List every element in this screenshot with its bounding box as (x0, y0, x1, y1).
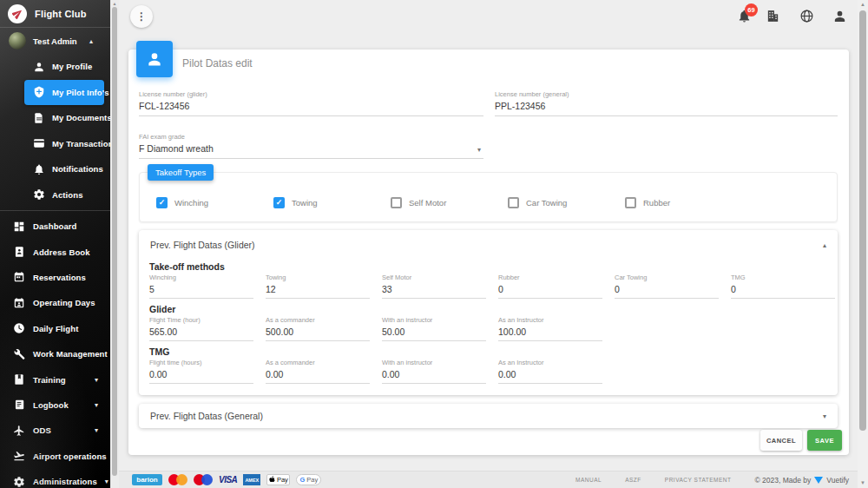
self-motor-field[interactable]: Self Motor 33 (382, 274, 486, 299)
chevron-up-icon: ▴ (89, 37, 93, 45)
panel-header-glider[interactable]: Prev. Flight Datas (Glider) ▴ (139, 230, 838, 260)
field-value[interactable]: 565.00 (149, 326, 253, 337)
sidebar-item-label: Notifications (52, 164, 103, 174)
field-value[interactable]: F Diamond wreath (139, 143, 483, 154)
payment-logos: barion VISA AMEX Pay G Pay (132, 474, 321, 485)
cancel-button[interactable]: CANCEL (760, 430, 802, 451)
field-value[interactable]: FCL-123456 (139, 101, 483, 111)
page-scrollbar-thumb[interactable] (859, 10, 866, 431)
airplane-icon (13, 425, 25, 437)
account-icon (33, 61, 45, 73)
sidebar-item-my-pilot-infos[interactable]: My Pilot Info's (24, 80, 104, 106)
checkbox-car-towing[interactable]: Car Towing (508, 197, 567, 208)
organization-button[interactable] (766, 9, 781, 24)
field-value[interactable]: 5 (149, 284, 253, 294)
field-value[interactable]: 0 (498, 284, 602, 294)
sidebar-item-training[interactable]: Training ▾ (0, 366, 110, 392)
license-general-field[interactable]: License number (general) PPL-123456 (495, 90, 838, 116)
manual-link[interactable]: MANUAL (575, 477, 602, 483)
sidebar-scrollbar[interactable]: ▲ (110, 0, 119, 488)
fai-exam-grade-select[interactable]: FAI exam grade F Diamond wreath ▾ (139, 133, 483, 159)
checkbox-winching[interactable]: ✓ Winching (156, 197, 208, 208)
field-value[interactable]: 12 (266, 284, 370, 294)
tmg-count-field[interactable]: TMG 0 (731, 274, 835, 299)
sidebar-item-label: Dashboard (33, 221, 77, 231)
checkbox-checked-icon[interactable]: ✓ (273, 197, 285, 208)
sidebar-item-notifications[interactable]: Notifications (0, 156, 110, 182)
takeoff-types-chip[interactable]: Takeoff Types (148, 164, 214, 181)
sidebar-item-actions[interactable]: Actions (0, 182, 110, 208)
winching-field[interactable]: Winching 5 (149, 274, 253, 299)
sidebar-item-address-book[interactable]: Address Book (0, 239, 110, 264)
field-value[interactable]: 0 (731, 284, 835, 294)
sidebar-item-administrations[interactable]: Administrations ▾ (0, 469, 110, 488)
app-logo-row[interactable]: Flight Club (0, 0, 110, 28)
tmg-with-instructor-field[interactable]: With an instructor 0.00 (382, 359, 486, 384)
checkbox-rubber[interactable]: Rubber (625, 197, 670, 208)
towing-field[interactable]: Towing 12 (266, 274, 370, 299)
glider-flight-time-field[interactable]: Flight Time (hour) 565.00 (149, 316, 253, 341)
sidebar-item-my-profile[interactable]: My Profile (0, 54, 110, 80)
sidebar-item-ods[interactable]: ODS ▾ (0, 418, 110, 443)
scroll-up-icon[interactable]: ▲ (110, 1, 119, 6)
user-menu-toggle[interactable]: Test Admin ▴ (0, 28, 110, 54)
kebab-menu-button[interactable]: ⋮ (130, 5, 153, 28)
clock-icon (13, 322, 25, 334)
privacy-statement-link[interactable]: PRIVACY STATEMENT (665, 477, 732, 483)
tmg-commander-field[interactable]: As a commander 0.00 (266, 359, 370, 384)
scroll-down-icon[interactable]: ▼ (858, 480, 868, 485)
checkbox-label: Rubber (643, 198, 670, 208)
save-button[interactable]: SAVE (807, 430, 842, 451)
sidebar-item-my-transactions[interactable]: My Transactions (0, 131, 110, 157)
checkbox-unchecked-icon[interactable] (391, 197, 402, 208)
car-towing-field[interactable]: Car Towing 0 (615, 274, 719, 299)
field-value[interactable]: 500.00 (266, 326, 370, 337)
license-glider-field[interactable]: License number (glider) FCL-123456 (139, 90, 483, 116)
field-value[interactable]: 0 (615, 284, 719, 294)
checkbox-unchecked-icon[interactable] (625, 197, 636, 208)
chevron-down-icon[interactable]: ▾ (823, 412, 826, 420)
section-heading: Take-off methods (149, 261, 225, 272)
tmg-flight-time-field[interactable]: Flight time (hours) 0.00 (149, 359, 253, 384)
field-value[interactable]: 50.00 (382, 326, 486, 337)
sidebar-item-label: My Pilot Info's (52, 88, 109, 97)
field-value[interactable]: 0.00 (498, 369, 602, 379)
field-label: Rubber (498, 274, 602, 281)
chevron-up-icon[interactable]: ▴ (823, 241, 826, 249)
glider-with-instructor-field[interactable]: With an instructor 50.00 (382, 316, 486, 341)
sidebar-item-work-management[interactable]: Work Management (0, 341, 110, 366)
scroll-up-icon[interactable]: ▲ (858, 2, 868, 7)
sidebar-item-reservations[interactable]: Reservations (0, 265, 110, 290)
sidebar-item-airport-operations[interactable]: Airport operations (0, 444, 110, 469)
glider-as-instructor-field[interactable]: As an Instructor 100.00 (498, 316, 602, 341)
field-value[interactable]: 0.00 (266, 369, 370, 379)
sidebar-scrollbar-thumb[interactable] (112, 7, 117, 476)
panel-header-general[interactable]: Prev. Flight Datas (General) ▾ (139, 404, 838, 428)
field-value[interactable]: PPL-123456 (495, 101, 838, 111)
glider-commander-field[interactable]: As a commander 500.00 (266, 316, 370, 341)
sidebar-item-my-documents[interactable]: My Documents (0, 105, 110, 131)
sidebar-item-dashboard[interactable]: Dashboard (0, 214, 110, 239)
aszf-link[interactable]: ASZF (625, 477, 641, 483)
sidebar-item-label: Training (33, 375, 66, 385)
field-value[interactable]: 0.00 (382, 369, 486, 379)
sidebar-item-logbook[interactable]: Logbook ▾ (0, 392, 110, 418)
field-value[interactable]: 0.00 (149, 369, 253, 379)
field-value[interactable]: 33 (382, 284, 486, 294)
checkbox-self-motor[interactable]: Self Motor (391, 197, 446, 208)
notifications-button[interactable]: 69 (737, 9, 753, 24)
rubber-field[interactable]: Rubber 0 (498, 274, 602, 299)
checkbox-unchecked-icon[interactable] (508, 197, 519, 208)
apple-pay-label: Pay (277, 476, 288, 484)
language-globe-button[interactable] (799, 9, 815, 24)
tmg-as-instructor-field[interactable]: As an Instructor 0.00 (498, 359, 602, 384)
field-label: Self Motor (382, 274, 486, 281)
sidebar-item-operating-days[interactable]: Operating Days (0, 290, 110, 315)
account-button[interactable] (832, 9, 848, 24)
sidebar-item-daily-flight[interactable]: Daily Flight (0, 316, 110, 341)
checkbox-checked-icon[interactable]: ✓ (156, 197, 168, 208)
checkbox-towing[interactable]: ✓ Towing (273, 197, 318, 208)
field-value[interactable]: 100.00 (498, 326, 602, 337)
chevron-down-icon[interactable]: ▾ (477, 146, 481, 154)
page-scrollbar[interactable]: ▲ ▼ (858, 0, 868, 488)
